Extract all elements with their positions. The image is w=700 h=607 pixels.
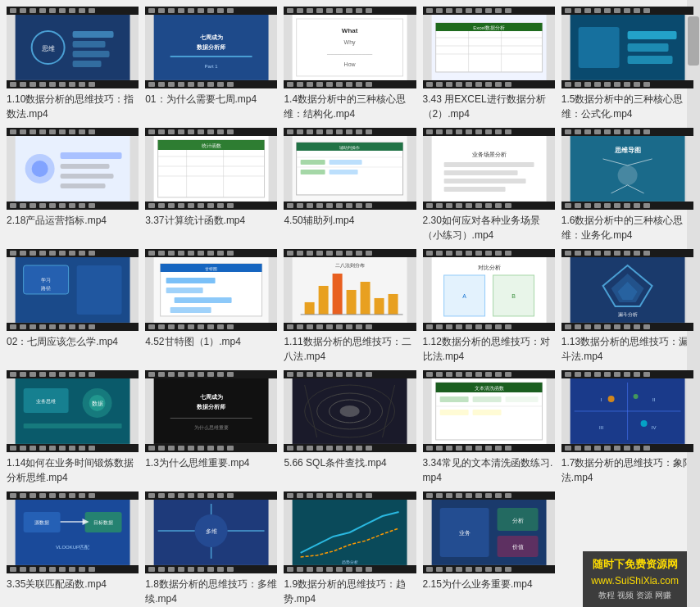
video-item[interactable]: 辅助列操作 4.50辅助列.mp4 [284,128,416,242]
film-hole [624,8,630,13]
film-hole [207,324,214,329]
thumbnail-wrapper: 业务分析价值 [423,491,555,573]
film-hole [307,8,313,13]
film-hole [426,446,433,451]
film-strip-top [7,7,139,15]
film-hole [198,251,204,256]
video-item[interactable]: 趋势分析 1.9数据分析的思维技巧：趋势.mp4 [284,491,416,606]
film-hole [297,446,303,451]
thumbnail-wrapper: 辅助列操作 [284,128,416,210]
video-item[interactable]: 文本清洗函数 3.34常见的文本清洗函数练习.mp4 [423,370,555,485]
thumbnail-inner: 对比分析AB [423,249,555,331]
film-hole [287,203,293,208]
video-item[interactable]: WhatWhy─────────────How 1.4数据分析中的三种核心思维：… [284,7,416,121]
svg-text:Part 1: Part 1 [205,64,219,69]
video-item[interactable]: 对比分析AB 1.12数据分析的思维技巧：对比法.mp4 [423,249,555,364]
video-item[interactable]: 业务分析价值 2.15为什么业务重要.mp4 [423,491,555,606]
film-hole [624,82,630,87]
film-hole [426,251,433,256]
film-hole [316,446,323,451]
film-strip-top [561,249,693,257]
film-hole [287,446,293,451]
video-label: 2.18产品运营指标.mp4 [7,213,139,228]
film-hole [198,493,204,498]
video-item[interactable]: 七周成为数据分析师为什么思维重要 1.3为什么思维重要.mp4 [145,370,277,485]
film-hole [89,446,95,451]
scrollbar-thumb[interactable] [688,16,699,66]
svg-text:数据: 数据 [92,401,103,406]
film-strip-top [284,128,416,136]
thumbnail-inner: 七周成为数据分析师为什么思维重要 [145,370,277,452]
film-hole [10,203,16,208]
video-item[interactable]: 1.5数据分析中的三种核心思维：公式化.mp4 [561,7,693,121]
film-hole [326,82,333,87]
video-label: 01：为什么需要七周.mp4 [145,92,277,106]
video-item[interactable]: 七周成为数据分析师Part 1 01：为什么需要七周.mp4 [145,7,277,121]
film-hole [30,446,36,451]
svg-text:七周成为: 七周成为 [200,34,223,40]
svg-rect-36 [61,164,110,169]
video-item[interactable]: 思维 1.10数据分析的思维技巧：指数法.mp4 [7,7,139,121]
film-hole [326,129,333,134]
film-hole [356,8,362,13]
film-hole [446,446,452,451]
video-item[interactable]: 业务场景分析 2.30如何应对各种业务场景（小练习）.mp4 [423,128,555,242]
video-item[interactable]: 甘特图 4.52甘特图（1）.mp4 [145,249,277,364]
video-item[interactable]: 学习路径 02：七周应该怎么学.mp4 [7,249,139,364]
svg-rect-54 [301,160,325,165]
video-item[interactable]: 业务思维数据 1.14如何在业务时间锻炼数据分析思维.mp4 [7,370,139,485]
video-item[interactable]: 2.18产品运营指标.mp4 [7,128,139,242]
film-hole [565,203,571,208]
video-label: 1.9数据分析的思维技巧：趋势.mp4 [284,577,416,606]
film-hole [188,324,194,329]
video-item[interactable]: 漏斗分析 1.13数据分析的思维技巧：漏斗法.mp4 [561,249,693,364]
svg-rect-134 [472,410,501,415]
film-hole [39,324,46,329]
film-hole [59,372,66,377]
film-hole [565,251,571,256]
film-hole [584,446,591,451]
video-item[interactable]: 二八法则分布 1.11数据分析的思维技巧：二八法.mp4 [284,249,416,364]
film-hole [158,129,165,134]
film-hole [49,493,56,498]
thumbnail-wrapper: 文本清洗函数 [423,370,555,452]
film-hole [485,324,492,329]
video-item[interactable]: 多维 1.8数据分析的思维技巧：多维续.mp4 [145,491,277,606]
thumbnail-wrapper: 对比分析AB [423,249,555,331]
film-hole [495,324,502,329]
film-hole [217,372,224,377]
film-hole [49,446,56,451]
thumbnail-wrapper: 业务场景分析 [423,128,555,210]
thumb-content: 多维 [145,500,277,565]
scrollbar[interactable] [687,0,700,607]
film-hole [346,82,352,87]
film-hole [346,251,352,256]
video-item[interactable]: IIIIIIIV 1.7数据分析的思维技巧：象限法.mp4 [561,370,693,485]
film-hole [456,82,462,87]
film-hole [336,324,343,329]
thumb-content: 漏斗分析 [561,257,693,323]
video-item[interactable]: 源数据目标数据VLOOKUP匹配 3.35关联匹配函数.mp4 [7,491,139,606]
film-hole [594,372,601,377]
film-hole [495,446,502,451]
film-hole [10,82,16,87]
svg-rect-56 [330,160,362,165]
svg-text:统计函数: 统计函数 [202,143,221,148]
film-hole [69,567,75,572]
film-hole [20,251,26,256]
film-hole [426,567,433,572]
film-hole [69,493,75,498]
film-strip-top [7,249,139,257]
svg-rect-112 [24,424,122,428]
video-item[interactable]: 统计函数 3.37计算统计函数.mp4 [145,128,277,242]
svg-text:对比分析: 对比分析 [477,265,500,270]
video-item[interactable]: 5.66 SQL条件查找.mp4 [284,370,416,485]
film-hole [565,372,571,377]
video-item[interactable]: Excel数据分析 3.43 用EXCEL进行数据分析（2）.mp4 [423,7,555,121]
video-item[interactable]: 思维导图 1.6数据分析中的三种核心思维：业务化.mp4 [561,128,693,242]
thumbnail-inner: IIIIIIIV [561,370,693,452]
film-hole [20,567,26,572]
film-strip-top [423,249,555,257]
thumb-content: 统计函数 [145,136,277,202]
film-hole [148,324,155,329]
